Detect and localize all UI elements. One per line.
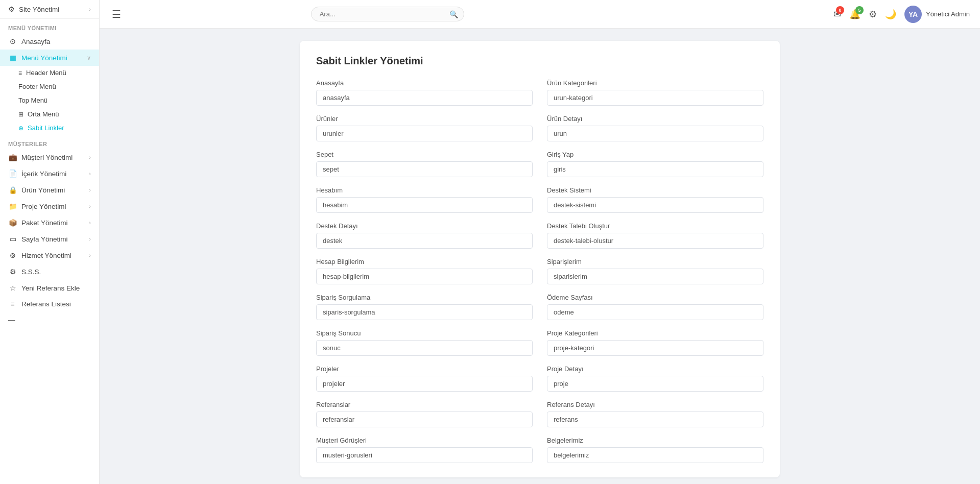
form-field-11: Siparişlerim	[547, 258, 763, 284]
form-input-2[interactable]	[316, 126, 533, 141]
sayfa-yonetimi-label: Sayfa Yönetimi	[21, 235, 68, 243]
form-input-20[interactable]	[316, 447, 533, 463]
avatar: YA	[904, 6, 922, 23]
star-icon: ☆	[8, 284, 17, 292]
form-label-20: Müşteri Görüşleri	[316, 437, 533, 444]
hamburger-button[interactable]: ☰	[110, 6, 123, 22]
form-input-6[interactable]	[316, 197, 533, 213]
page-title: Sabit Linkler Yönetimi	[316, 55, 763, 67]
form-label-6: Hesabım	[316, 186, 533, 194]
menu-icon: ▦	[8, 54, 17, 62]
theme-toggle-button[interactable]: 🌙	[885, 9, 896, 20]
sidebar-item-menu-yonetimi[interactable]: ▦ Menü Yönetimi ∨	[0, 50, 99, 66]
location-icon: ⊚	[8, 251, 17, 259]
form-label-7: Destek Sistemi	[547, 186, 763, 194]
sidebar-item-proje-yonetimi[interactable]: 📁 Proje Yönetimi ›	[0, 198, 99, 214]
sss-label: S.S.S.	[21, 268, 41, 276]
chevron-right-icon: ›	[89, 6, 91, 12]
home-icon: ⊙	[8, 37, 17, 45]
form-input-15[interactable]	[547, 340, 763, 356]
form-input-10[interactable]	[316, 269, 533, 284]
form-label-21: Belgelerimiz	[547, 437, 763, 444]
form-input-21[interactable]	[547, 447, 763, 463]
sidebar-item-sss[interactable]: ⚙ S.S.S.	[0, 263, 99, 280]
form-field-6: Hesabım	[316, 186, 533, 213]
form-field-0: Anasayfa	[316, 79, 533, 106]
form-field-12: Sipariş Sorgulama	[316, 294, 533, 320]
sidebar-anasayfa-label: Anasayfa	[21, 38, 50, 45]
form-label-14: Sipariş Sonucu	[316, 329, 533, 337]
form-label-10: Hesap Bilgilerim	[316, 258, 533, 265]
form-input-8[interactable]	[316, 233, 533, 249]
form-input-12[interactable]	[316, 304, 533, 320]
form-field-13: Ödeme Sayfası	[547, 294, 763, 320]
form-input-0[interactable]	[316, 90, 533, 106]
yeni-referans-label: Yeni Referans Ekle	[21, 284, 80, 292]
lock-icon: 🔒	[8, 186, 17, 194]
sidebar-item-icerik-yonetimi[interactable]: 📄 İçerik Yönetimi ›	[0, 165, 99, 182]
form-input-18[interactable]	[316, 412, 533, 427]
sidebar-item-referans-listesi[interactable]: ≡ Referans Listesi	[0, 296, 99, 312]
search-input[interactable]	[311, 7, 464, 21]
sidebar-header-menu-label: Header Menü	[26, 69, 66, 77]
form-input-14[interactable]	[316, 340, 533, 356]
mail-button[interactable]: ✉ 0	[833, 9, 841, 20]
sidebar-site-yonetimi-label: Site Yönetimi	[19, 6, 59, 13]
form-label-9: Destek Talebi Oluştur	[547, 222, 763, 230]
bell-button[interactable]: 🔔 5	[849, 9, 861, 20]
sidebar-item-yeni-referans[interactable]: ☆ Yeni Referans Ekle	[0, 280, 99, 296]
settings-button[interactable]: ⚙	[869, 9, 877, 20]
form-field-17: Proje Detayı	[547, 365, 763, 392]
sidebar-menu-yonetimi-label: Menü Yönetimi	[21, 54, 67, 62]
form-input-13[interactable]	[547, 304, 763, 320]
sidebar-item-header-menu[interactable]: ≡ Header Menü	[14, 66, 99, 80]
username-label: Yönetici Admin	[926, 10, 970, 18]
form-label-19: Referans Detayı	[547, 401, 763, 408]
form-input-17[interactable]	[547, 376, 763, 392]
settings2-icon: ⚙	[8, 268, 17, 276]
topbar-actions: ✉ 0 🔔 5 ⚙ 🌙 YA Yönetici Admin	[833, 6, 970, 23]
pages-icon: ▭	[8, 235, 17, 243]
form-label-13: Ödeme Sayfası	[547, 294, 763, 301]
sidebar-item-musteri-yonetimi[interactable]: 💼 Müşteri Yönetimi ›	[0, 149, 99, 165]
form-label-11: Siparişlerim	[547, 258, 763, 265]
form-label-3: Ürün Detayı	[547, 115, 763, 123]
form-input-19[interactable]	[547, 412, 763, 427]
sidebar-item-top-menu[interactable]: Top Menü	[14, 93, 99, 107]
form-input-4[interactable]	[316, 161, 533, 177]
sidebar-item-anasayfa[interactable]: ⊙ Anasayfa	[0, 33, 99, 50]
icerik-yonetimi-label: İçerik Yönetimi	[21, 170, 66, 178]
form-input-7[interactable]	[547, 197, 763, 213]
form-field-7: Destek Sistemi	[547, 186, 763, 213]
form-field-4: Sepet	[316, 151, 533, 177]
form-input-5[interactable]	[547, 161, 763, 177]
form-input-11[interactable]	[547, 269, 763, 284]
sidebar-item-site-yonetimi[interactable]: ⚙ Site Yönetimi ›	[0, 0, 99, 19]
search-icon: 🔍	[449, 10, 458, 18]
form-field-9: Destek Talebi Oluştur	[547, 222, 763, 249]
form-input-16[interactable]	[316, 376, 533, 392]
search-container: 🔍	[311, 7, 464, 21]
document-icon: 📄	[8, 170, 17, 178]
form-input-1[interactable]	[547, 90, 763, 106]
header-menu-icon: ≡	[18, 69, 22, 77]
chevron-right-icon-2: ›	[89, 154, 91, 160]
form-label-18: Referanslar	[316, 401, 533, 408]
sidebar-item-sayfa-yonetimi[interactable]: ▭ Sayfa Yönetimi ›	[0, 231, 99, 247]
form-input-9[interactable]	[547, 233, 763, 249]
user-menu[interactable]: YA Yönetici Admin	[904, 6, 970, 23]
sidebar-item-hizmet-yonetimi[interactable]: ⊚ Hizmet Yönetimi ›	[0, 247, 99, 263]
sidebar-item-footer-menu[interactable]: Footer Menü	[14, 80, 99, 93]
folder-icon: 📁	[8, 202, 17, 210]
form-input-3[interactable]	[547, 126, 763, 141]
sidebar-item-orta-menu[interactable]: ⊞ Orta Menü	[14, 107, 99, 121]
moon-icon: 🌙	[885, 9, 896, 20]
sidebar-item-urun-yonetimi[interactable]: 🔒 Ürün Yönetimi ›	[0, 182, 99, 198]
gear-icon: ⚙	[869, 9, 877, 20]
sidebar-top-menu-label: Top Menü	[18, 96, 47, 104]
form-field-8: Destek Detayı	[316, 222, 533, 249]
sidebar-item-sabit-linkler[interactable]: ⊕ Sabit Linkler	[14, 121, 99, 135]
topbar: ☰ 🔍 ✉ 0 🔔 5 ⚙ 🌙 YA Yönetici Admin	[100, 0, 980, 29]
sabit-linkler-card: Sabit Linkler Yönetimi AnasayfaÜrün Kate…	[300, 41, 780, 477]
sidebar-item-paket-yonetimi[interactable]: 📦 Paket Yönetimi ›	[0, 214, 99, 231]
